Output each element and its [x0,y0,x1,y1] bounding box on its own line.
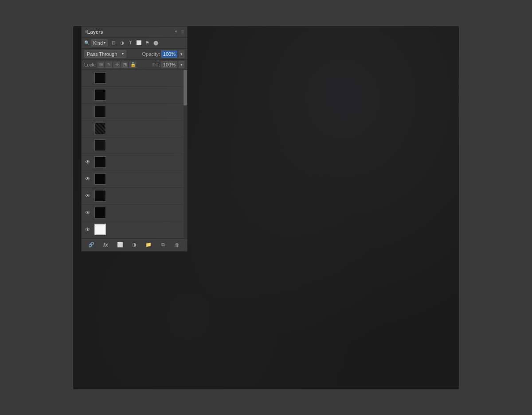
layer-visibility-6[interactable]: 👁 [83,159,92,165]
layer-thumb-3 [94,106,106,117]
lock-fill-row: Lock: ⊞ ✎ ✛ ⬔ 🔒 Fill: 100% ▾ [82,60,187,70]
filter-row: 🔍 Kind ▾ ⊡ ◑ T ⬜ ⚑ ⬤ [82,38,187,49]
layer-row[interactable]: 👁 [82,188,187,205]
layers-panel: × Layers « ≡ 🔍 Kind ▾ ⊡ ◑ T ⬜ ⚑ ⬤ [81,26,188,252]
panel-titlebar: × Layers « ≡ [82,27,187,38]
eye-icon-7[interactable]: 👁 [85,176,90,182]
layers-list: 👁 👁 👁 👁 [82,70,187,238]
layer-row[interactable] [82,104,187,120]
layer-thumb-9 [94,207,106,218]
panel-collapse-button[interactable]: « [175,29,177,35]
lock-all-button[interactable]: 🔒 [129,62,136,68]
lock-position-button[interactable]: ✛ [113,62,120,68]
layer-row[interactable] [82,120,187,137]
blend-mode-dropdown[interactable]: Pass Through ▾ [84,50,126,58]
layer-thumb-1 [94,72,106,84]
blend-opacity-row: Pass Through ▾ Opacity: 100% ▾ [82,49,187,60]
fill-label: Fill: [153,62,160,67]
delete-layer-button[interactable]: 🗑 [173,241,182,249]
layer-row[interactable] [82,137,187,154]
filter-shape-icon[interactable]: ⬜ [135,40,142,46]
filter-icons-group: ⊡ ◑ T ⬜ ⚑ ⬤ [110,40,159,46]
lock-artboard-button[interactable]: ⬔ [121,62,128,68]
lock-transparent-button[interactable]: ⊞ [98,62,104,68]
layer-effects-button[interactable]: fx [101,241,110,249]
layer-thumb-6 [94,156,106,168]
eye-icon-8[interactable]: 👁 [85,193,90,199]
eye-icon-10[interactable]: 👁 [85,226,90,233]
fill-value[interactable]: 100% [161,61,177,68]
layer-row[interactable]: 👁 [82,154,187,171]
group-layers-button[interactable]: 📁 [144,241,153,249]
adjustment-layer-button[interactable]: ◑ [130,241,139,249]
opacity-section: Opacity: 100% ▾ [142,50,185,58]
layer-thumb-5 [94,140,106,151]
filter-kind-chevron: ▾ [104,41,106,45]
layers-scrollbar[interactable] [184,70,187,238]
opacity-label: Opacity: [142,51,160,57]
filter-pixel-icon[interactable]: ⊡ [110,40,117,46]
panel-menu-button[interactable]: ≡ [181,29,184,35]
layer-row[interactable]: 👁 [82,221,187,238]
eye-icon-6[interactable]: 👁 [85,159,90,165]
layer-row[interactable]: 👁 [82,205,187,221]
layer-row[interactable]: 👁 [82,171,187,188]
fill-section: Fill: 100% ▾ [153,61,184,68]
fill-arrow[interactable]: ▾ [179,61,184,68]
filter-smart-icon[interactable]: ⚑ [144,40,151,46]
lock-image-button[interactable]: ✎ [106,62,112,68]
canvas: × Layers « ≡ 🔍 Kind ▾ ⊡ ◑ T ⬜ ⚑ ⬤ [73,26,459,389]
layer-row[interactable] [82,70,187,87]
filter-adjustment-icon[interactable]: ◑ [118,40,125,46]
layer-visibility-10[interactable]: 👁 [83,226,92,233]
lock-label: Lock: [84,62,96,67]
filter-kind-dropdown[interactable]: Kind ▾ [91,39,108,47]
blend-mode-chevron: ▾ [122,52,124,56]
layer-visibility-7[interactable]: 👁 [83,176,92,182]
opacity-arrow[interactable]: ▾ [179,50,184,58]
blend-mode-value: Pass Through [87,51,117,57]
panel-title: Layers [87,29,103,35]
search-icon: 🔍 [84,40,90,45]
new-layer-button[interactable]: ⧉ [159,241,168,249]
layer-thumb-8 [94,190,106,202]
opacity-value[interactable]: 100% [161,50,177,58]
link-layers-button[interactable]: 🔗 [87,241,96,249]
scrollbar-thumb[interactable] [184,70,187,105]
layer-visibility-9[interactable]: 👁 [83,209,92,216]
layer-visibility-8[interactable]: 👁 [83,193,92,199]
filter-type-icon[interactable]: T [127,40,134,46]
lock-icons-group: ⊞ ✎ ✛ ⬔ 🔒 [98,62,136,68]
add-mask-button[interactable]: ⬜ [116,241,125,249]
eye-icon-9[interactable]: 👁 [85,209,90,216]
layer-thumb-7 [94,173,106,185]
panel-bottom-toolbar: 🔗 fx ⬜ ◑ 📁 ⧉ 🗑 [82,238,187,251]
layer-thumb-10 [94,224,106,235]
layer-thumb-4 [94,123,106,134]
filter-active-icon[interactable]: ⬤ [152,40,159,46]
layer-row[interactable] [82,87,187,104]
layer-thumb-2 [94,89,106,101]
